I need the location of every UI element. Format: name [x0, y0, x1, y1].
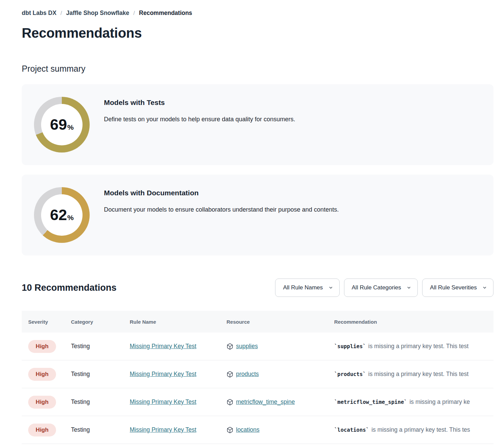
- recommendation-cell: `metricflow_time_spine`is missing a prim…: [334, 398, 493, 406]
- severity-badge: High: [28, 368, 56, 381]
- filter-rule-severities-dropdown[interactable]: All Rule Severities: [422, 279, 493, 297]
- rule-name-link[interactable]: Missing Primary Key Test: [130, 398, 196, 405]
- breadcrumb-separator: /: [60, 10, 62, 17]
- summary-card-models-with-tests: 69% Models with Tests Define tests on yo…: [22, 84, 493, 165]
- card-title: Models with Documentation: [104, 189, 339, 197]
- package-icon: [227, 399, 233, 406]
- summary-card-models-with-documentation: 62% Models with Documentation Document y…: [22, 175, 493, 255]
- column-header-resource: Resource: [227, 319, 334, 325]
- donut-percent-value: 62: [50, 194, 67, 236]
- rule-name-link[interactable]: Missing Primary Key Test: [130, 343, 196, 350]
- donut-percent-sign: %: [67, 214, 74, 222]
- chevron-down-icon: [407, 285, 411, 290]
- filter-label: All Rule Severities: [430, 284, 477, 291]
- column-header-category: Category: [71, 319, 130, 325]
- chevron-down-icon: [328, 285, 333, 290]
- breadcrumb-item-project[interactable]: dbt Labs DX: [22, 10, 56, 17]
- severity-badge: High: [28, 340, 56, 353]
- recommendations-count-heading: 10 Recommendations: [22, 283, 116, 293]
- card-title: Models with Tests: [104, 99, 295, 107]
- resource-link[interactable]: supplies: [236, 343, 258, 350]
- category-cell: Testing: [71, 371, 130, 378]
- recommendations-table: Severity Category Rule Name Resource Rec…: [22, 311, 493, 444]
- table-header-row: Severity Category Rule Name Resource Rec…: [22, 311, 493, 333]
- rule-name-link[interactable]: Missing Primary Key Test: [130, 371, 196, 377]
- filter-rule-names-dropdown[interactable]: All Rule Names: [275, 279, 339, 297]
- recommendation-cell: `supplies`is missing a primary key test.…: [334, 343, 493, 350]
- breadcrumb-separator: /: [133, 10, 135, 17]
- card-description: Document your models to ensure collabora…: [104, 206, 339, 213]
- column-header-severity: Severity: [28, 319, 71, 325]
- donut-center: 62%: [41, 194, 83, 236]
- breadcrumb-item-current: Recommendations: [139, 10, 192, 17]
- project-summary-heading: Project summary: [22, 64, 493, 74]
- recommendation-cell: `products`is missing a primary key test.…: [334, 371, 493, 378]
- donut-center: 69%: [41, 104, 83, 145]
- chevron-down-icon: [482, 285, 487, 290]
- severity-badge: High: [28, 396, 56, 409]
- page-title: Recommendations: [22, 25, 493, 41]
- filter-rule-categories-dropdown[interactable]: All Rule Categories: [344, 279, 418, 297]
- category-cell: Testing: [71, 426, 130, 433]
- table-row: High Testing Missing Primary Key Test su…: [22, 333, 493, 360]
- donut-percent-sign: %: [67, 123, 74, 131]
- category-cell: Testing: [71, 398, 130, 406]
- recommendation-text: is missing a primary key test. This test: [368, 343, 468, 350]
- card-description: Define tests on your models to help ensu…: [104, 116, 295, 123]
- table-row: High Testing Missing Primary Key Test me…: [22, 388, 493, 416]
- filter-label: All Rule Categories: [352, 284, 401, 291]
- table-row: High Testing Missing Primary Key Test pr…: [22, 360, 493, 388]
- severity-badge: High: [28, 424, 56, 436]
- donut-chart-documentation: 62%: [34, 187, 90, 243]
- filter-label: All Rule Names: [283, 284, 323, 291]
- resource-code: `locations`: [334, 427, 369, 433]
- rule-name-link[interactable]: Missing Primary Key Test: [130, 426, 196, 433]
- breadcrumb: dbt Labs DX / Jaffle Shop Snowflake / Re…: [22, 10, 493, 17]
- recommendations-page: dbt Labs DX / Jaffle Shop Snowflake / Re…: [0, 0, 504, 447]
- recommendation-text: is missing a primary ke: [410, 398, 470, 405]
- table-row: High Testing Missing Primary Key Test lo…: [22, 416, 493, 444]
- category-cell: Testing: [71, 343, 130, 350]
- breadcrumb-item-environment[interactable]: Jaffle Shop Snowflake: [66, 10, 129, 17]
- column-header-recommendation: Recommendation: [334, 319, 493, 325]
- recommendation-cell: `locations`is missing a primary key test…: [334, 426, 493, 433]
- resource-link[interactable]: products: [236, 371, 259, 378]
- column-header-rule-name: Rule Name: [130, 319, 227, 325]
- filters: All Rule Names All Rule Categories All R…: [275, 279, 493, 297]
- recommendation-text: is missing a primary key test. This test: [368, 371, 468, 377]
- package-icon: [227, 371, 233, 378]
- donut-chart-tests: 69%: [34, 97, 90, 153]
- package-icon: [227, 427, 233, 433]
- package-icon: [227, 343, 233, 350]
- resource-code: `products`: [334, 371, 366, 377]
- resource-code: `metricflow_time_spine`: [334, 399, 407, 405]
- resource-link[interactable]: locations: [236, 426, 259, 433]
- recommendation-text: is missing a primary key test. This tes: [372, 426, 470, 433]
- donut-percent-value: 69: [50, 104, 67, 145]
- resource-link[interactable]: metricflow_time_spine: [236, 398, 295, 406]
- resource-code: `supplies`: [334, 343, 366, 350]
